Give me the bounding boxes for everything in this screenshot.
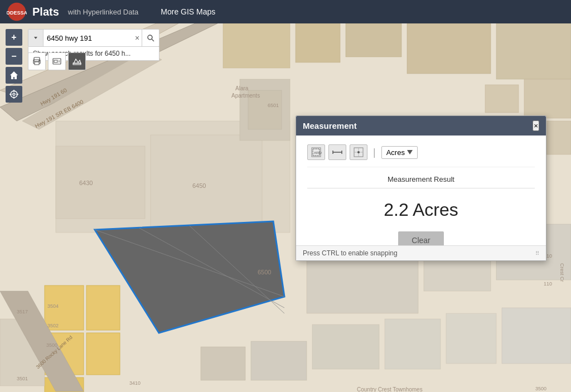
- svg-point-87: [357, 151, 360, 153]
- svg-text:Apartments: Apartments: [231, 93, 260, 99]
- svg-text:3504: 3504: [47, 303, 59, 309]
- draw-button[interactable]: [68, 52, 86, 70]
- svg-rect-26: [86, 333, 120, 375]
- snapping-hint: Press CTRL to enable snapping ⠿: [296, 245, 546, 260]
- left-toolbar: + −: [6, 29, 22, 103]
- svg-rect-71: [35, 62, 39, 65]
- svg-rect-34: [312, 325, 379, 369]
- measurement-value: 2.2 Acres: [307, 200, 535, 220]
- svg-rect-33: [251, 341, 307, 380]
- svg-marker-88: [407, 150, 413, 154]
- map-container[interactable]: Alara Apartments 6501 6430 6450 6500 350…: [0, 23, 571, 392]
- svg-rect-36: [446, 313, 496, 364]
- svg-text:3500: 3500: [535, 386, 546, 391]
- svg-text:6430: 6430: [79, 180, 93, 186]
- print-button[interactable]: [28, 52, 46, 70]
- svg-text:Country Crest Townhomes: Country Crest Townhomes: [357, 386, 423, 392]
- svg-rect-35: [385, 319, 441, 369]
- measurement-body: AREA: [296, 135, 546, 260]
- meas-separator: |: [373, 147, 376, 158]
- svg-text:6501: 6501: [268, 103, 279, 108]
- app-subtitle: with Hyperlinked Data: [68, 8, 138, 16]
- svg-rect-32: [201, 347, 245, 380]
- measure-location-button[interactable]: [350, 144, 367, 160]
- app-title: Plats: [32, 6, 59, 18]
- search-clear-button[interactable]: ×: [133, 33, 142, 42]
- zoom-in-button[interactable]: +: [6, 29, 22, 46]
- search-dropdown-button[interactable]: [28, 30, 43, 46]
- home-button[interactable]: [6, 67, 22, 84]
- header: ODESSA Plats with Hyperlinked Data More …: [0, 0, 571, 23]
- svg-text:3502: 3502: [47, 323, 59, 328]
- svg-rect-12: [524, 79, 571, 118]
- svg-rect-74: [54, 60, 57, 62]
- search-input[interactable]: [43, 34, 133, 42]
- svg-point-72: [38, 60, 40, 61]
- svg-rect-10: [496, 23, 571, 79]
- more-gis-maps-link[interactable]: More GIS Maps: [161, 7, 215, 16]
- print2-button[interactable]: [48, 52, 66, 70]
- svg-text:Crest Cr: Crest Cr: [559, 263, 565, 282]
- measure-area-button[interactable]: AREA: [307, 144, 325, 160]
- measurement-dialog: Measurement × AREA: [296, 115, 546, 261]
- snapping-hint-text: Press CTRL to enable snapping: [303, 249, 398, 257]
- svg-text:ODESSA: ODESSA: [7, 10, 27, 16]
- svg-rect-9: [407, 23, 491, 74]
- svg-rect-11: [485, 85, 519, 113]
- locate-button[interactable]: [6, 86, 22, 103]
- resize-handle[interactable]: ⠿: [535, 250, 539, 257]
- measurement-title: Measurement: [303, 121, 357, 130]
- svg-rect-6: [223, 23, 290, 68]
- unit-label: Acres: [386, 148, 405, 157]
- svg-text:6500: 6500: [258, 269, 271, 275]
- measurement-tools: AREA: [307, 144, 535, 167]
- odessa-logo: ODESSA: [7, 2, 27, 22]
- unit-select[interactable]: Acres: [381, 146, 418, 159]
- svg-rect-8: [346, 23, 401, 57]
- svg-marker-66: [34, 37, 37, 39]
- svg-rect-37: [502, 308, 571, 364]
- measure-distance-button[interactable]: [328, 144, 346, 160]
- svg-rect-17: [151, 135, 262, 230]
- svg-text:Alara: Alara: [235, 85, 249, 91]
- zoom-out-button[interactable]: −: [6, 48, 22, 65]
- measurement-result-label: Measurement Result: [307, 175, 535, 188]
- search-button[interactable]: [142, 30, 159, 46]
- svg-point-67: [148, 35, 152, 40]
- svg-text:AREA: AREA: [314, 151, 322, 154]
- svg-point-61: [13, 93, 15, 95]
- bottom-toolbar: [28, 52, 86, 70]
- svg-text:110: 110: [544, 281, 552, 287]
- svg-line-68: [152, 39, 154, 41]
- measurement-close-button[interactable]: ×: [533, 120, 539, 131]
- svg-text:3410: 3410: [129, 380, 141, 386]
- svg-text:3501: 3501: [17, 376, 28, 381]
- svg-rect-7: [296, 23, 340, 62]
- svg-text:6450: 6450: [192, 182, 206, 189]
- svg-text:3517: 3517: [17, 309, 28, 314]
- svg-rect-16: [56, 146, 145, 219]
- measurement-header: Measurement ×: [296, 116, 546, 135]
- svg-rect-25: [86, 285, 120, 330]
